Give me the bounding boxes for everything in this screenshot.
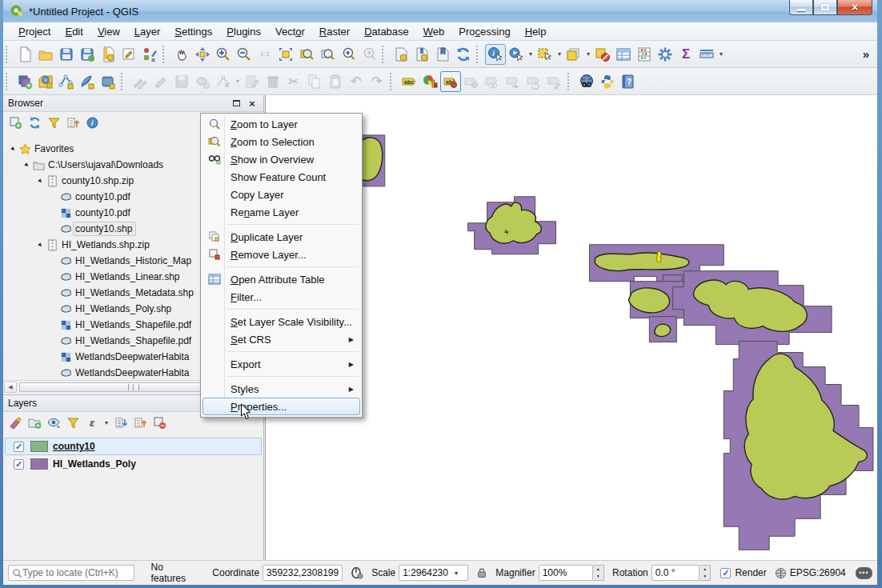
menu-item-export[interactable]: Export▶ bbox=[202, 355, 360, 373]
toolbar-handle[interactable] bbox=[6, 73, 11, 90]
layer-labeling-button[interactable]: abc bbox=[399, 71, 419, 92]
refresh-button[interactable] bbox=[453, 44, 474, 65]
extent-tracking-icon[interactable] bbox=[351, 566, 363, 579]
toggle-editing-button[interactable] bbox=[150, 71, 171, 92]
layer-row[interactable]: ✓county10 bbox=[5, 438, 262, 455]
save-project-as-button[interactable] bbox=[77, 44, 98, 65]
cut-features-button[interactable]: ✂ bbox=[283, 71, 304, 92]
zoom-out-button[interactable] bbox=[234, 44, 255, 65]
menu-edit[interactable]: Edit bbox=[58, 24, 90, 39]
locate-input[interactable] bbox=[22, 567, 126, 578]
add-vector-layer-button[interactable] bbox=[35, 71, 56, 92]
menu-item-show-in-overview[interactable]: Show in Overview bbox=[202, 150, 360, 168]
zoom-to-layer-button[interactable] bbox=[317, 44, 338, 65]
toolbar-handle[interactable] bbox=[6, 46, 11, 63]
pan-map-button[interactable] bbox=[171, 44, 192, 65]
style-manager-button[interactable]: a bbox=[139, 44, 160, 65]
rotation-spinner[interactable]: ▲▼ bbox=[700, 565, 712, 581]
deselect-features-button[interactable] bbox=[592, 44, 613, 65]
add-feature-button[interactable] bbox=[192, 71, 213, 92]
toolbar-handle[interactable] bbox=[476, 46, 482, 63]
processing-toolbox-button[interactable] bbox=[655, 44, 676, 65]
save-layer-edits-button[interactable] bbox=[171, 71, 192, 92]
toolbar-handle[interactable] bbox=[121, 73, 126, 90]
menu-layer[interactable]: Layer bbox=[127, 24, 168, 39]
metasearch-button[interactable] bbox=[576, 71, 597, 92]
toolbar-handle[interactable] bbox=[390, 73, 395, 90]
menu-settings[interactable]: Settings bbox=[167, 24, 219, 39]
menu-processing[interactable]: Processing bbox=[451, 24, 517, 39]
new-map-view-button[interactable] bbox=[391, 44, 411, 65]
current-edits-button[interactable] bbox=[130, 71, 150, 92]
layer-visibility-checkbox[interactable]: ✓ bbox=[14, 442, 24, 452]
zoom-to-selection-button[interactable] bbox=[296, 44, 317, 65]
menu-web[interactable]: Web bbox=[416, 24, 452, 39]
lock-scale-icon[interactable] bbox=[476, 567, 487, 578]
layer-visibility-checkbox[interactable]: ✓ bbox=[14, 459, 24, 470]
show-statistics-button[interactable]: Σ bbox=[676, 44, 696, 65]
zoom-full-button[interactable] bbox=[275, 44, 296, 65]
menu-item-duplicate-layer[interactable]: Duplicate Layer bbox=[202, 228, 360, 246]
float-panel-icon[interactable] bbox=[230, 98, 243, 109]
change-label-button[interactable] bbox=[544, 71, 565, 92]
zoom-last-button[interactable] bbox=[338, 44, 359, 65]
scroll-left-icon[interactable]: ◀ bbox=[4, 382, 17, 393]
menu-item-show-feature-count[interactable]: Show Feature Count bbox=[202, 168, 360, 186]
menu-item-copy-layer[interactable]: Copy Layer bbox=[202, 186, 360, 203]
rotate-label-button[interactable] bbox=[523, 71, 544, 92]
collapse-all-icon[interactable] bbox=[64, 114, 82, 131]
identify-features-button[interactable]: i bbox=[485, 44, 506, 65]
paste-features-button[interactable] bbox=[325, 71, 346, 92]
new-geopackage-layer-button[interactable] bbox=[77, 71, 98, 92]
new-shapefile-layer-button[interactable] bbox=[56, 71, 77, 92]
filter-legend-icon[interactable] bbox=[64, 414, 82, 431]
crs-label[interactable]: EPSG:26904 bbox=[790, 567, 846, 578]
run-feature-action-button[interactable] bbox=[506, 44, 527, 65]
filter-expression-dropdown[interactable]: ▾ bbox=[102, 419, 110, 426]
menu-item-set-crs[interactable]: Set CRS▶ bbox=[202, 330, 360, 348]
open-layer-styling-icon[interactable] bbox=[6, 414, 24, 431]
open-attribute-table-button[interactable] bbox=[613, 44, 634, 65]
data-source-manager-button[interactable] bbox=[14, 71, 35, 92]
filter-by-expression-icon[interactable]: ε bbox=[83, 414, 101, 431]
add-group-icon[interactable] bbox=[26, 414, 43, 431]
minimize-button[interactable] bbox=[789, 0, 813, 15]
menu-database[interactable]: Database bbox=[357, 24, 416, 39]
toolbar-handle[interactable] bbox=[382, 46, 387, 63]
remove-layer-group-icon[interactable] bbox=[150, 414, 168, 431]
python-console-button[interactable] bbox=[597, 71, 618, 92]
new-3d-map-view-button[interactable] bbox=[411, 44, 432, 65]
measure-button[interactable] bbox=[696, 44, 717, 65]
pan-to-selection-button[interactable] bbox=[192, 44, 213, 65]
browser-panel-titlebar[interactable]: Browser × bbox=[3, 95, 263, 112]
select-by-value-dropdown[interactable]: ▾ bbox=[584, 50, 592, 58]
measure-dropdown[interactable]: ▾ bbox=[717, 50, 725, 58]
close-panel-icon[interactable]: × bbox=[246, 98, 259, 109]
menu-plugins[interactable]: Plugins bbox=[219, 24, 268, 39]
menu-item-zoom-to-selection[interactable]: Zoom to Selection bbox=[202, 133, 360, 150]
zoom-next-button[interactable] bbox=[359, 44, 379, 65]
log-messages-icon[interactable]: ••• bbox=[856, 567, 872, 579]
show-bookmarks-button[interactable] bbox=[432, 44, 453, 65]
menu-item-open-attribute-table[interactable]: Open Attribute Table bbox=[202, 270, 360, 288]
menu-item-styles[interactable]: Styles▶ bbox=[202, 380, 360, 398]
collapse-all-layers-icon[interactable] bbox=[131, 414, 149, 431]
toolbar-handle[interactable] bbox=[162, 46, 168, 63]
menu-item-remove-layer[interactable]: Remove Layer... bbox=[202, 246, 360, 263]
modify-attributes-button[interactable] bbox=[242, 71, 263, 92]
select-features-dropdown[interactable]: ▾ bbox=[555, 50, 563, 58]
vertex-tool-button[interactable] bbox=[213, 71, 234, 92]
toolbar-handle[interactable] bbox=[567, 73, 573, 90]
new-project-button[interactable] bbox=[14, 44, 35, 65]
statistical-summary-button[interactable] bbox=[634, 44, 655, 65]
title-bar[interactable]: *Untitled Project - QGIS × bbox=[3, 0, 877, 22]
open-project-button[interactable] bbox=[35, 44, 56, 65]
redo-button[interactable]: ↷ bbox=[367, 71, 387, 92]
menu-raster[interactable]: Raster bbox=[312, 24, 357, 39]
zoom-in-button[interactable] bbox=[213, 44, 234, 65]
menu-item-rename-layer[interactable]: Rename Layer bbox=[202, 203, 360, 221]
menu-view[interactable]: View bbox=[90, 24, 127, 39]
layer-diagram-button[interactable] bbox=[419, 71, 440, 92]
vertex-tool-dropdown[interactable]: ▾ bbox=[234, 78, 242, 85]
undo-button[interactable]: ↶ bbox=[346, 71, 367, 92]
